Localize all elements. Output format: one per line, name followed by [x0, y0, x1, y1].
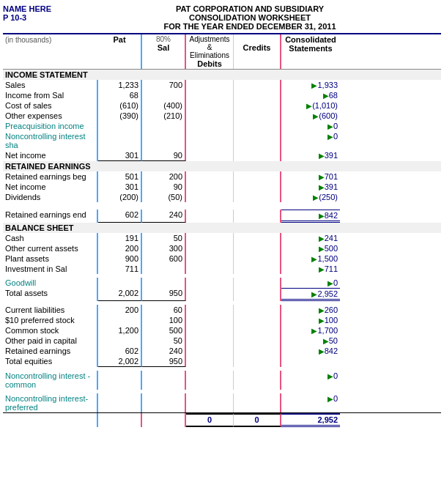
bt-pat [98, 413, 142, 427]
data-row: Income from Sal 68 ▶68 [3, 90, 441, 100]
row-debits [186, 150, 234, 161]
row-credits [234, 336, 281, 346]
row-pat [98, 121, 142, 131]
row-credits [234, 243, 281, 253]
row-consol: ▶0 [281, 131, 340, 150]
row-consol: ▶391 [281, 182, 340, 192]
row-debits [186, 210, 234, 223]
row-credits [234, 90, 281, 100]
section-header-row: RETAINED EARNINGS [3, 161, 441, 171]
row-sal: 950 [142, 288, 186, 301]
company-info: NAME HERE P 10-3 [3, 4, 51, 31]
row-label: Other expenses [3, 111, 98, 121]
page: NAME HERE P 10-3 PAT CORPORATION AND SUB… [0, 0, 444, 430]
data-row: Other current assets 200 300 ▶500 [3, 243, 441, 253]
row-debits [186, 111, 234, 121]
row-consol: ▶1,933 [281, 80, 340, 90]
row-label: Total equities [3, 356, 98, 367]
row-label: Sales [3, 80, 98, 90]
row-sal [142, 278, 186, 288]
row-credits [234, 111, 281, 121]
data-row: Investment in Sal 711 ▶711 [3, 264, 441, 274]
row-consol: ▶500 [281, 243, 340, 253]
row-credits [234, 325, 281, 336]
row-label: Other current assets [3, 243, 98, 253]
row-debits [186, 264, 234, 274]
row-debits [186, 305, 234, 315]
data-row: Noncontrolling interest - common ▶0 [3, 371, 441, 390]
row-pat: (610) [98, 100, 142, 111]
title1: PAT CORPORATION AND SUBSIDIARY [59, 4, 441, 13]
row-consol: ▶1,500 [281, 253, 340, 264]
title2: CONSOLIDATION WORKSHEET [59, 13, 441, 22]
data-row: $10 preferred stock 100 ▶100 [3, 315, 441, 325]
row-label: Investment in Sal [3, 264, 98, 274]
row-sal: 240 [142, 346, 186, 356]
row-credits [234, 182, 281, 192]
row-label: Noncontrolling interest sha [3, 131, 98, 150]
row-debits [186, 325, 234, 336]
row-label: Dividends [3, 192, 98, 202]
row-sal: 950 [142, 356, 186, 367]
row-sal: 100 [142, 315, 186, 325]
row-pat: 301 [98, 182, 142, 192]
row-credits [234, 305, 281, 315]
bt-label [3, 413, 98, 427]
row-sal [142, 121, 186, 131]
row-consol: ▶711 [281, 264, 340, 274]
row-credits [234, 171, 281, 182]
row-credits [234, 315, 281, 325]
row-label: Preacquisition income [3, 121, 98, 131]
row-credits [234, 100, 281, 111]
row-debits [186, 121, 234, 131]
row-debits [186, 288, 234, 301]
col-header-consolidated: ConsolidatedStatements [281, 34, 340, 69]
row-pat [98, 315, 142, 325]
row-sal: 600 [142, 253, 186, 264]
row-consol: ▶100 [281, 315, 340, 325]
data-row: Retained earnings end 602 240 ▶842 [3, 210, 441, 223]
row-label: Retained earnings [3, 346, 98, 356]
row-label: Noncontrolling interest - common [3, 371, 98, 390]
row-consol: ▶0 [281, 371, 340, 390]
row-pat: 602 [98, 210, 142, 223]
company-sub: P 10-3 [3, 13, 51, 22]
row-debits [186, 356, 234, 367]
row-credits [234, 264, 281, 274]
row-debits [186, 393, 234, 412]
row-consol: ▶(600) [281, 111, 340, 121]
row-label: Goodwill [3, 278, 98, 288]
row-debits [186, 346, 234, 356]
row-consol: ▶50 [281, 336, 340, 346]
row-label: Retained earnings end [3, 210, 98, 223]
company-name: NAME HERE [3, 4, 51, 13]
data-row: Cash 191 50 ▶241 [3, 233, 441, 243]
data-row: Dividends (200) (50) ▶(250) [3, 192, 441, 202]
header: NAME HERE P 10-3 PAT CORPORATION AND SUB… [3, 4, 441, 31]
row-sal: (400) [142, 100, 186, 111]
row-sal: 60 [142, 305, 186, 315]
row-debits [186, 315, 234, 325]
row-debits [186, 90, 234, 100]
row-label: Net income [3, 182, 98, 192]
row-sal: 50 [142, 233, 186, 243]
data-row: Total assets 2,002 950 ▶2,952 [3, 288, 441, 301]
row-consol: ▶0 [281, 278, 340, 288]
data-row: Net income 301 90 ▶391 [3, 150, 441, 161]
row-label: Other paid in capital [3, 336, 98, 346]
row-credits [234, 233, 281, 243]
data-row: Total equities 2,002 950 [3, 356, 441, 367]
data-row: Current liabilities 200 60 ▶260 [3, 305, 441, 315]
row-consol [281, 356, 340, 367]
row-consol: ▶68 [281, 90, 340, 100]
row-credits [234, 121, 281, 131]
section-header-label: INCOME STATEMENT [3, 70, 340, 80]
row-label: Total assets [3, 288, 98, 301]
row-pat [98, 131, 142, 150]
data-row: Other paid in capital 50 ▶50 [3, 336, 441, 346]
row-consol: ▶701 [281, 171, 340, 182]
bottom-totals-row: 0 0 2,952 [3, 412, 441, 427]
row-sal [142, 371, 186, 390]
row-credits [234, 288, 281, 301]
row-pat: 501 [98, 171, 142, 182]
